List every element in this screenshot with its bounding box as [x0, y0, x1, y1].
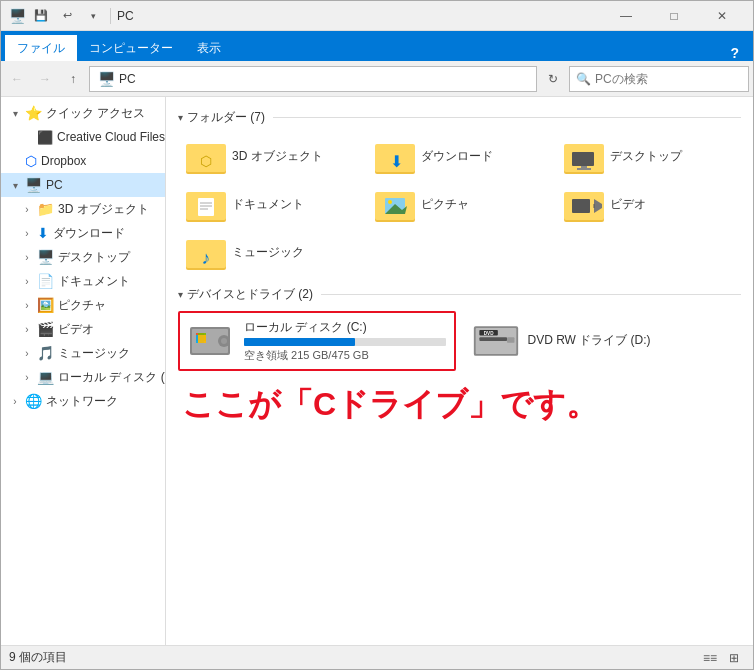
save-qa-button[interactable]: 💾 [30, 6, 52, 26]
folder-name-3d: 3D オブジェクト [232, 148, 323, 165]
search-icon: 🔍 [576, 72, 591, 86]
path-text: PC [119, 72, 136, 86]
c-drive-progress-fill [244, 338, 355, 346]
search-input[interactable] [595, 72, 742, 86]
list-item[interactable]: ピクチャ [367, 182, 552, 226]
folder-name-downloads: ダウンロード [421, 148, 493, 165]
folder-name-pictures: ピクチャ [421, 196, 469, 213]
title-bar-controls: — □ ✕ [603, 1, 745, 31]
ribbon-tabs: ファイル コンピューター 表示 ? [1, 31, 753, 61]
content-area: ▾ フォルダー (7) ⬡ 3D [166, 97, 753, 645]
sidebar-item-music[interactable]: › 🎵 ミュージック [1, 341, 165, 365]
devices-section-title: デバイスとドライブ (2) [187, 286, 313, 303]
maximize-button[interactable]: □ [651, 1, 697, 31]
sidebar-item-dropbox[interactable]: ⬡ Dropbox [1, 149, 165, 173]
folder-svg-video [564, 186, 604, 222]
address-path[interactable]: 🖥️ PC [89, 66, 537, 92]
tab-file[interactable]: ファイル [5, 35, 77, 61]
list-item[interactable]: ♪ ミュージック [178, 230, 363, 274]
sidebar-label-local-disk: ローカル ディスク (C:) [58, 369, 166, 386]
vid-icon: 🎬 [37, 321, 54, 337]
help-button[interactable]: ? [720, 45, 749, 61]
list-item[interactable]: ⬡ 3D オブジェクト [178, 134, 363, 178]
status-count: 9 個の項目 [9, 649, 67, 666]
sidebar-item-pc[interactable]: ▾ 🖥️ PC [1, 173, 165, 197]
sidebar-item-desktop[interactable]: › 🖥️ デスクトップ [1, 245, 165, 269]
up-button[interactable]: ↑ [61, 67, 85, 91]
doc-expand: › [21, 276, 33, 287]
list-item[interactable]: ドキュメント [178, 182, 363, 226]
sidebar-item-network[interactable]: › 🌐 ネットワーク [1, 389, 165, 413]
devices-divider [321, 294, 741, 295]
forward-button[interactable]: → [33, 67, 57, 91]
svg-text:♪: ♪ [202, 248, 211, 268]
sidebar-item-downloads[interactable]: › ⬇ ダウンロード [1, 221, 165, 245]
devices-chevron[interactable]: ▾ [178, 289, 183, 300]
pic-icon: 🖼️ [37, 297, 54, 313]
address-bar: ← → ↑ 🖥️ PC ↻ 🔍 [1, 61, 753, 97]
minimize-button[interactable]: — [603, 1, 649, 31]
close-button[interactable]: ✕ [699, 1, 745, 31]
dl-expand: › [21, 228, 33, 239]
sidebar-item-documents[interactable]: › 📄 ドキュメント [1, 269, 165, 293]
list-item[interactable]: デスクトップ [556, 134, 741, 178]
list-item[interactable]: ビデオ [556, 182, 741, 226]
sidebar-item-pictures[interactable]: › 🖼️ ピクチャ [1, 293, 165, 317]
sidebar-item-quick-access[interactable]: ▾ ⭐ クイック アクセス [1, 101, 165, 125]
folder-icon-music: ♪ [186, 234, 226, 270]
folder-name-video: ビデオ [610, 196, 646, 213]
creative-cloud-icon: ⬛ [37, 130, 53, 145]
net-icon: 🌐 [25, 393, 42, 409]
svg-rect-25 [572, 199, 590, 213]
folder-svg-desktop [564, 138, 604, 174]
svg-rect-11 [577, 168, 591, 170]
folder-svg-3d: ⬡ [186, 138, 226, 174]
annotation-text: ここが「Cドライブ」です。 [178, 383, 741, 427]
sidebar-item-3dobjects[interactable]: › 📁 3D オブジェクト [1, 197, 165, 221]
quick-access-icon: ⭐ [25, 105, 42, 121]
sidebar-item-creative-cloud[interactable]: ⬛ Creative Cloud Files [1, 125, 165, 149]
dvd-drive-icon: DVD [472, 319, 520, 363]
qa-dropdown-button[interactable]: ▾ [82, 6, 104, 26]
refresh-button[interactable]: ↻ [541, 67, 565, 91]
c-drive-name: ローカル ディスク (C:) [244, 319, 446, 336]
c-drive-info: ローカル ディスク (C:) 空き領域 215 GB/475 GB [244, 319, 446, 363]
search-box[interactable]: 🔍 [569, 66, 749, 92]
devices-section-header: ▾ デバイスとドライブ (2) [178, 286, 741, 303]
sidebar-label-pc: PC [46, 178, 63, 192]
title-bar-left: 🖥️ 💾 ↩ ▾ PC [9, 6, 134, 26]
back-button[interactable]: ← [5, 67, 29, 91]
sidebar-label-creative-cloud: Creative Cloud Files [57, 130, 165, 144]
sidebar: ▾ ⭐ クイック アクセス ⬛ Creative Cloud Files ⬡ D… [1, 97, 166, 645]
svg-rect-41 [479, 337, 507, 341]
main-area: ▾ ⭐ クイック アクセス ⬛ Creative Cloud Files ⬡ D… [1, 97, 753, 645]
folder-svg-downloads: ⬇ [375, 138, 415, 174]
tab-view[interactable]: 表示 [185, 35, 233, 61]
folder-icon-3d: ⬡ [186, 138, 226, 174]
list-item[interactable]: ⬇ ダウンロード [367, 134, 552, 178]
grid-view-button[interactable]: ⊞ [723, 649, 745, 667]
tab-computer[interactable]: コンピューター [77, 35, 185, 61]
pc-icon: 🖥️ [25, 177, 42, 193]
svg-rect-44 [507, 337, 514, 343]
list-item[interactable]: DVD DVD RW ドライブ (D:) [464, 311, 742, 371]
sidebar-label-3d: 3D オブジェクト [58, 201, 149, 218]
file-explorer-window: 🖥️ 💾 ↩ ▾ PC — □ ✕ ファイル コンピューター 表示 ? ← → … [0, 0, 754, 670]
folder-icon-documents [186, 186, 226, 222]
path-icon: 🖥️ [98, 71, 115, 87]
sidebar-item-video[interactable]: › 🎬 ビデオ [1, 317, 165, 341]
svg-text:DVD: DVD [483, 331, 493, 336]
sidebar-label-music: ミュージック [58, 345, 130, 362]
3d-expand: › [21, 204, 33, 215]
sidebar-item-local-disk[interactable]: › 💻 ローカル ディスク (C:) [1, 365, 165, 389]
list-view-button[interactable]: ≡≡ [699, 649, 721, 667]
list-item[interactable]: ローカル ディスク (C:) 空き領域 215 GB/475 GB [178, 311, 456, 371]
sidebar-label-downloads: ダウンロード [53, 225, 125, 242]
svg-point-38 [221, 338, 227, 344]
dt-icon: 🖥️ [37, 249, 54, 265]
folders-chevron[interactable]: ▾ [178, 112, 183, 123]
dvd-drive-name: DVD RW ドライブ (D:) [528, 332, 734, 349]
window-title: PC [117, 9, 134, 23]
qa-separator [110, 8, 111, 24]
undo-qa-button[interactable]: ↩ [56, 6, 78, 26]
